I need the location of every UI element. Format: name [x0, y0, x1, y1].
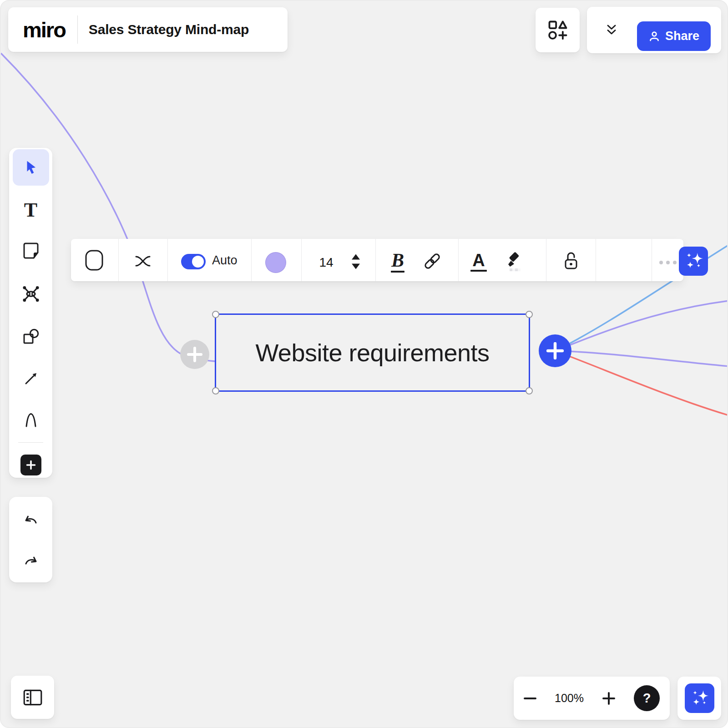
arrow-icon [23, 370, 39, 387]
divider [251, 239, 252, 281]
node-label: Website requirements [255, 339, 489, 367]
collaboration-panel: Share [587, 7, 721, 53]
sparkles-icon [681, 248, 706, 274]
divider [596, 239, 596, 281]
sticky-note-icon [21, 241, 40, 260]
branch-style-icon [134, 253, 152, 269]
sparkles-icon [687, 686, 712, 711]
add-tools-button[interactable] [20, 455, 41, 475]
mindmap-node-selected[interactable]: Website requirements [215, 313, 530, 392]
highlighter-icon [504, 249, 524, 272]
tool-sticky-note[interactable] [13, 233, 49, 269]
divider [18, 442, 43, 443]
rounded-rectangle-icon [85, 249, 104, 271]
auto-layout-toggle[interactable] [181, 254, 206, 269]
zoom-bar: 100% ? [514, 677, 670, 720]
divider [301, 239, 302, 281]
mind-map-icon [21, 284, 40, 303]
resize-handle-top-left[interactable] [212, 311, 219, 318]
miro-logo[interactable]: miro [23, 17, 66, 42]
divider [167, 239, 168, 281]
question-mark: ? [643, 691, 651, 706]
board-title[interactable]: Sales Strategy Mind-map [89, 22, 249, 37]
connector-child-purple-2 [555, 351, 728, 366]
ellipsis-dot [673, 261, 677, 264]
tool-arrow[interactable] [13, 360, 49, 397]
plus-icon [187, 347, 202, 362]
redo-button[interactable] [13, 542, 49, 579]
node-shape-button[interactable] [85, 249, 104, 271]
zoom-level[interactable]: 100% [555, 692, 584, 705]
node-color-button[interactable] [265, 252, 286, 273]
divider [375, 239, 376, 281]
plus-icon [602, 692, 616, 705]
link-icon [422, 251, 442, 271]
person-icon [648, 30, 660, 42]
link-button[interactable] [422, 251, 442, 271]
ellipsis-dot [659, 261, 663, 264]
text-color-underline [470, 270, 487, 272]
board-header: miro Sales Strategy Mind-map [8, 7, 288, 52]
unlock-icon [562, 250, 580, 271]
collapse-button[interactable] [602, 21, 621, 39]
zoom-out-button[interactable] [524, 693, 536, 704]
ellipsis-dot [666, 261, 670, 264]
tool-mind-map[interactable] [13, 276, 49, 312]
resize-handle-top-right[interactable] [526, 311, 533, 318]
transparency-checker [510, 268, 521, 271]
ai-assist-button[interactable] [679, 247, 708, 276]
tool-select[interactable] [13, 149, 49, 186]
share-button[interactable]: Share [637, 21, 711, 51]
templates-button[interactable] [536, 8, 580, 52]
bold-underline [391, 271, 404, 273]
ai-panel [677, 677, 721, 720]
undo-icon [22, 513, 40, 526]
highlight-button[interactable] [504, 249, 524, 272]
sidebar-panel-icon [22, 687, 44, 708]
minus-icon [524, 698, 536, 699]
history-panel [9, 497, 52, 582]
help-button[interactable]: ? [634, 685, 660, 711]
pen-icon [22, 411, 40, 429]
tool-shapes[interactable] [13, 318, 49, 355]
resize-handle-bottom-right[interactable] [526, 387, 533, 394]
lock-button[interactable] [562, 250, 580, 271]
connector-child-purple-1 [555, 301, 728, 351]
divider [458, 239, 459, 281]
plus-icon [26, 460, 36, 470]
undo-button[interactable] [13, 501, 49, 538]
frames-panel-button[interactable] [11, 676, 54, 719]
zoom-in-button[interactable] [602, 692, 616, 705]
miro-board-canvas[interactable]: Website requirements [0, 0, 728, 728]
double-chevron-down-icon [606, 23, 617, 37]
divider [118, 239, 119, 281]
divider [77, 15, 78, 44]
redo-icon [22, 554, 40, 567]
text-color-button[interactable]: A [470, 252, 487, 272]
cursor-icon [23, 159, 39, 176]
more-options-button[interactable] [659, 261, 677, 264]
auto-layout-label: Auto [212, 253, 238, 268]
bold-button[interactable]: B [391, 251, 404, 273]
format-toolbar: Auto 14 B A [71, 239, 683, 281]
connector-child-red [555, 351, 728, 415]
shapes-icon [22, 328, 40, 346]
add-parent-node-button[interactable] [180, 340, 209, 369]
divider [546, 239, 546, 281]
increase-font-icon[interactable] [352, 254, 360, 260]
divider [652, 239, 652, 281]
resize-handle-bottom-left[interactable] [212, 387, 219, 394]
decrease-font-icon[interactable] [352, 264, 360, 269]
tool-text[interactable]: T [13, 192, 49, 228]
plus-icon [546, 342, 564, 359]
tool-pen[interactable] [13, 402, 49, 438]
font-size-value[interactable]: 14 [319, 255, 333, 270]
color-swatch [265, 252, 286, 273]
text-tool-icon: T [24, 200, 37, 220]
font-size-stepper[interactable] [352, 254, 360, 269]
templates-icon [547, 20, 568, 40]
branch-style-button[interactable] [134, 253, 152, 269]
toggle-knob [192, 256, 204, 268]
add-child-node-button[interactable] [539, 334, 571, 367]
ai-assist-corner-button[interactable] [685, 683, 714, 713]
